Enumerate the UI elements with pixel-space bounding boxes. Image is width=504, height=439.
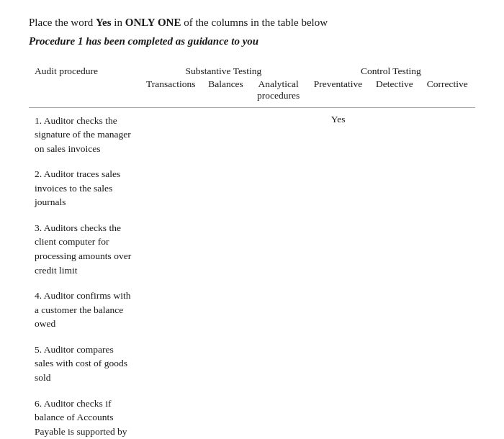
col-header-procedure: Audit procedure — [29, 62, 140, 77]
cell-detective-6 — [369, 391, 419, 440]
cell-balances-1 — [201, 107, 250, 161]
col-subheader-empty — [29, 77, 140, 108]
cell-corrective-4 — [420, 283, 475, 337]
cell-procedure-2: 2. Auditor traces sales invoices to the … — [29, 161, 140, 215]
cell-procedure-3: 3. Auditors checks the client computer f… — [29, 215, 140, 283]
cell-preventative-5 — [307, 337, 370, 391]
cell-analytical-6 — [251, 391, 307, 440]
cell-detective-4 — [369, 283, 419, 337]
table-row: 6. Auditor checks if balance of Accounts… — [29, 391, 475, 440]
cell-procedure-4: 4. Auditor confirms with a customer the … — [29, 283, 140, 337]
cell-detective-1 — [369, 107, 419, 161]
col-subheader-detective: Detective — [369, 77, 419, 108]
subtitle-text: Procedure 1 has been completed as guidan… — [29, 35, 475, 47]
cell-preventative-6 — [307, 391, 370, 440]
col-header-control: Control Testing — [307, 62, 475, 77]
cell-balances-6 — [201, 391, 250, 440]
col-header-substantive: Substantive Testing — [140, 62, 307, 77]
cell-procedure-6: 6. Auditor checks if balance of Accounts… — [29, 391, 140, 440]
cell-transactions-5 — [140, 337, 202, 391]
cell-detective-2 — [369, 161, 419, 215]
cell-procedure-5: 5. Auditor compares sales with cost of g… — [29, 337, 140, 391]
cell-corrective-2 — [420, 161, 475, 215]
col-subheader-balances: Balances — [201, 77, 250, 108]
table-row: 2. Auditor traces sales invoices to the … — [29, 161, 475, 215]
cell-corrective-6 — [420, 391, 475, 440]
cell-detective-5 — [369, 337, 419, 391]
col-subheader-preventative: Preventative — [307, 77, 370, 108]
cell-transactions-6 — [140, 391, 202, 440]
cell-balances-5 — [201, 337, 250, 391]
cell-analytical-5 — [251, 337, 307, 391]
cell-analytical-1 — [251, 107, 307, 161]
cell-transactions-3 — [140, 215, 202, 283]
cell-procedure-1: 1. Auditor checks the signature of the m… — [29, 107, 140, 161]
cell-preventative-2 — [307, 161, 370, 215]
cell-analytical-4 — [251, 283, 307, 337]
cell-balances-4 — [201, 283, 250, 337]
cell-detective-3 — [369, 215, 419, 283]
cell-transactions-1 — [140, 107, 202, 161]
cell-analytical-3 — [251, 215, 307, 283]
table-row: 3. Auditors checks the client computer f… — [29, 215, 475, 283]
col-subheader-corrective: Corrective — [420, 77, 475, 108]
cell-preventative-3 — [307, 215, 370, 283]
cell-corrective-5 — [420, 337, 475, 391]
table-row: 5. Auditor compares sales with cost of g… — [29, 337, 475, 391]
cell-balances-2 — [201, 161, 250, 215]
cell-corrective-3 — [420, 215, 475, 283]
cell-analytical-2 — [251, 161, 307, 215]
cell-corrective-1 — [420, 107, 475, 161]
cell-transactions-4 — [140, 283, 202, 337]
audit-table: Audit procedure Substantive Testing Cont… — [29, 62, 475, 440]
cell-preventative-1: Yes — [307, 107, 370, 161]
cell-transactions-2 — [140, 161, 202, 215]
cell-balances-3 — [201, 215, 250, 283]
intro-paragraph: Place the word Yes in ONLY ONE of the co… — [29, 14, 475, 31]
table-row: 1. Auditor checks the signature of the m… — [29, 107, 475, 161]
table-row: 4. Auditor confirms with a customer the … — [29, 283, 475, 337]
col-subheader-transactions: Transactions — [140, 77, 202, 108]
cell-preventative-4 — [307, 283, 370, 337]
col-subheader-analytical: Analytical procedures — [251, 77, 307, 108]
